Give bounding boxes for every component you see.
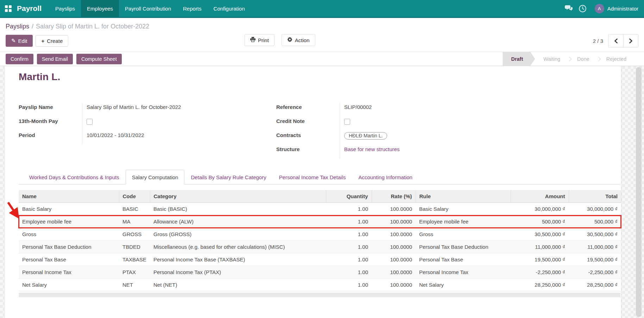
activities-clock-icon[interactable] bbox=[576, 5, 590, 13]
top-navbar: Payroll Payslips Employees Payroll Contr… bbox=[0, 0, 644, 18]
cell-amount: 28,250,000 ₫ bbox=[511, 279, 569, 291]
apps-menu-button[interactable] bbox=[0, 0, 16, 17]
cell-quantity: 1.00 bbox=[326, 203, 372, 215]
tab-worked-days[interactable]: Worked Days & Contributions & Inputs bbox=[23, 170, 126, 184]
cell-total: 19,500,000 ₫ bbox=[569, 253, 621, 266]
cell-quantity: 1.00 bbox=[326, 266, 372, 279]
step-done[interactable]: Done bbox=[569, 52, 598, 66]
cell-name: Personal Income Tax bbox=[19, 266, 119, 279]
cell-name: Personal Tax Base Deduction bbox=[19, 241, 119, 253]
statusbar: Confirm Send Email Compute Sheet Draft W… bbox=[0, 52, 644, 66]
notebook-tabs: Worked Days & Contributions & Inputs Sal… bbox=[19, 170, 620, 184]
menu-payroll-contribution[interactable]: Payroll Contribution bbox=[119, 0, 177, 17]
pager-count: 2 / 3 bbox=[593, 38, 603, 44]
table-row[interactable]: Employee mobile fee MA Allowance (ALW) 1… bbox=[19, 215, 621, 228]
column-header-category[interactable]: Category bbox=[150, 190, 326, 203]
cell-amount: 19,500,000 ₫ bbox=[511, 253, 569, 266]
messages-icon[interactable] bbox=[562, 5, 576, 12]
column-header-rate[interactable]: Rate (%) bbox=[372, 190, 416, 203]
tab-salary-computation[interactable]: Salary Computation bbox=[126, 170, 185, 184]
vertical-scrollbar[interactable] bbox=[636, 67, 642, 317]
cell-quantity: 1.00 bbox=[326, 228, 372, 241]
cell-code: TAXBASE bbox=[119, 253, 150, 266]
action-button[interactable]: Action bbox=[282, 34, 315, 46]
cell-name: Net Salary bbox=[19, 279, 119, 291]
cell-category: Gross (GROSS) bbox=[150, 228, 326, 241]
cell-category: Basic (BASIC) bbox=[150, 203, 326, 215]
cell-rule: Personal Tax Base Deduction bbox=[416, 241, 511, 253]
compute-sheet-button[interactable]: Compute Sheet bbox=[76, 54, 122, 64]
field-credit-note: Credit Note bbox=[276, 117, 523, 131]
step-rejected[interactable]: Rejected bbox=[598, 52, 635, 66]
cell-category: Personal Income Tax (PTAX) bbox=[150, 266, 326, 279]
column-header-rule[interactable]: Rule bbox=[416, 190, 511, 203]
breadcrumb: Payslips/Salary Slip of Martin L. for Oc… bbox=[0, 18, 644, 31]
cell-amount: -2,250,000 ₫ bbox=[511, 266, 569, 279]
record-title: Martin L. bbox=[19, 71, 620, 83]
breadcrumb-current: Salary Slip of Martin L. for October-202… bbox=[36, 23, 149, 30]
structure-link[interactable]: Base for new structures bbox=[344, 146, 400, 152]
field-payslip-name: Payslip Name Salary Slip of Martin L. fo… bbox=[19, 103, 258, 117]
cell-total: 30,000,000 ₫ bbox=[569, 203, 621, 215]
table-row[interactable]: Personal Tax Base TAXBASE Personal Incom… bbox=[19, 253, 621, 266]
cell-rule: Personal Income Tax bbox=[416, 266, 511, 279]
edit-button[interactable]: ✎ Edit bbox=[6, 35, 33, 47]
step-waiting[interactable]: Waiting bbox=[535, 52, 569, 66]
user-name[interactable]: Administrator bbox=[607, 6, 638, 12]
table-row[interactable]: Gross GROSS Gross (GROSS) 1.00 100.0000 … bbox=[19, 228, 621, 241]
confirm-button[interactable]: Confirm bbox=[6, 54, 33, 64]
cell-rate: 100.0000 bbox=[372, 253, 416, 266]
column-header-code[interactable]: Code bbox=[119, 190, 150, 203]
tab-details-by-salary-rule-category[interactable]: Details By Salary Rule Category bbox=[184, 170, 272, 184]
credit-note-checkbox[interactable] bbox=[344, 119, 350, 125]
send-email-button[interactable]: Send Email bbox=[37, 54, 73, 64]
pager-next-button[interactable] bbox=[623, 34, 638, 47]
cell-code: BASIC bbox=[119, 203, 150, 215]
chevron-left-icon bbox=[614, 38, 618, 44]
cell-quantity: 1.00 bbox=[326, 253, 372, 266]
column-header-quantity[interactable]: Quantity bbox=[326, 190, 372, 203]
menu-configuration[interactable]: Configuration bbox=[208, 0, 251, 17]
cell-name: Basic Salary bbox=[19, 203, 119, 215]
cell-code: GROSS bbox=[119, 228, 150, 241]
contract-tag[interactable]: HĐLĐ Martin L. bbox=[344, 132, 387, 139]
print-button[interactable]: Print bbox=[245, 34, 274, 46]
menu-employees[interactable]: Employees bbox=[81, 0, 119, 17]
create-button[interactable]: + Create bbox=[36, 35, 68, 47]
field-period: Period 10/01/2022 - 10/31/2022 bbox=[19, 131, 258, 145]
column-header-amount[interactable]: Amount bbox=[511, 190, 569, 203]
control-panel-buttons: ✎ Edit + Create Print Action bbox=[0, 31, 644, 52]
cell-amount: 30,500,000 ₫ bbox=[511, 228, 569, 241]
pager-previous-button[interactable] bbox=[608, 34, 623, 47]
printer-icon bbox=[250, 37, 255, 43]
step-draft[interactable]: Draft bbox=[503, 52, 535, 66]
menu-payslips[interactable]: Payslips bbox=[49, 0, 81, 17]
cell-category: Miscellaneous (e.g. based for other calc… bbox=[150, 241, 326, 253]
cell-name: Employee mobile fee bbox=[19, 215, 119, 228]
table-row[interactable]: Net Salary NET Net (NET) 1.00 100.0000 N… bbox=[19, 279, 621, 291]
cell-rate: 100.0000 bbox=[372, 203, 416, 215]
column-header-name[interactable]: Name bbox=[19, 190, 119, 203]
tab-accounting-information[interactable]: Accounting Information bbox=[352, 170, 419, 184]
gear-icon bbox=[287, 37, 292, 43]
cell-amount: 30,000,000 ₫ bbox=[511, 203, 569, 215]
cell-rate: 100.0000 bbox=[372, 228, 416, 241]
table-header-row: Name Code Category Quantity Rate (%) Rul… bbox=[19, 190, 621, 203]
user-avatar[interactable]: A bbox=[595, 4, 604, 13]
cell-total: 11,000,000 ₫ bbox=[569, 241, 621, 253]
table-row[interactable]: Personal Tax Base Deduction TBDED Miscel… bbox=[19, 241, 621, 253]
breadcrumb-parent-link[interactable]: Payslips bbox=[6, 23, 29, 30]
thirteenth-month-pay-checkbox[interactable] bbox=[87, 119, 93, 125]
status-steps: Draft Waiting Done Rejected bbox=[503, 52, 644, 66]
tab-personal-income-tax-details[interactable]: Personal Income Tax Details bbox=[273, 170, 352, 184]
app-title[interactable]: Payroll bbox=[16, 0, 49, 17]
plus-icon: + bbox=[41, 38, 44, 44]
column-header-total[interactable]: Total bbox=[569, 190, 621, 203]
cell-rule: Basic Salary bbox=[416, 203, 511, 215]
menu-reports[interactable]: Reports bbox=[177, 0, 208, 17]
cell-quantity: 1.00 bbox=[326, 279, 372, 291]
cell-rule: Personal Tax Base bbox=[416, 253, 511, 266]
table-row[interactable]: Personal Income Tax PTAX Personal Income… bbox=[19, 266, 621, 279]
table-row[interactable]: Basic Salary BASIC Basic (BASIC) 1.00 10… bbox=[19, 203, 621, 215]
salary-table-body: Basic Salary BASIC Basic (BASIC) 1.00 10… bbox=[19, 203, 621, 291]
